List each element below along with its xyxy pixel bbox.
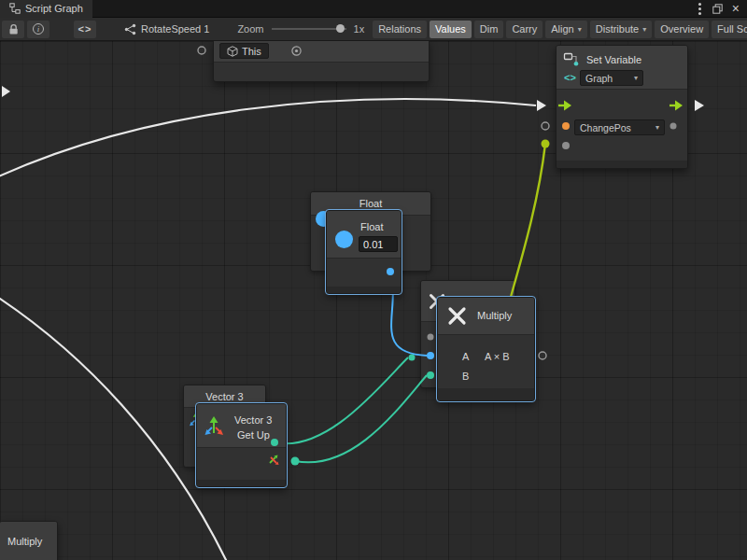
variable-name-port[interactable] — [562, 122, 570, 130]
info-icon: i — [33, 23, 44, 35]
flow-in-arrow[interactable] — [537, 100, 546, 111]
output-value-port[interactable] — [670, 123, 677, 130]
float-output-port[interactable] — [387, 268, 394, 275]
zoom-slider[interactable] — [272, 28, 346, 30]
script-graph-icon — [9, 3, 21, 14]
multiply-b-port[interactable] — [427, 371, 434, 379]
window-menu-icon[interactable] — [698, 7, 701, 10]
flow-out-port-head[interactable] — [675, 101, 683, 111]
graph-name: RotateSpeed 1 — [141, 23, 209, 35]
graph-toolbar: i <> RotateSpeed 1 Zoom 1x Relations Val… — [0, 18, 747, 41]
zoom-label: Zoom — [237, 23, 263, 35]
this-input-port[interactable] — [198, 47, 205, 54]
graph-canvas[interactable]: Float Vector 3 This — [0, 41, 747, 560]
title-bar: Script Graph × — [0, 0, 747, 18]
tab-label: Script Graph — [25, 3, 83, 14]
flow-arrow-left-edge — [2, 86, 10, 97]
fullscreen-button[interactable]: Full Screen — [712, 21, 747, 38]
info-button[interactable]: i — [27, 21, 49, 38]
flow-in-port-head[interactable] — [564, 101, 571, 111]
values-button[interactable]: Values — [430, 21, 472, 38]
get-up-output-port[interactable] — [291, 457, 300, 466]
zoom-control: Zoom 1x — [237, 23, 367, 35]
multiply-a-port[interactable] — [427, 352, 434, 359]
graph-breadcrumb[interactable]: RotateSpeed 1 — [124, 23, 209, 35]
align-button[interactable]: Align▾ — [545, 21, 586, 38]
zoom-value: 1x — [354, 23, 365, 35]
graph-asset-icon — [124, 23, 136, 35]
tab-script-graph[interactable]: Script Graph — [0, 0, 92, 18]
chevron-down-icon: ▾ — [578, 25, 582, 34]
multiply-b-port-ghost — [409, 355, 416, 361]
value-input-port[interactable] — [562, 142, 570, 149]
relations-button[interactable]: Relations — [373, 21, 427, 38]
overview-button[interactable]: Overview — [655, 21, 709, 38]
get-up-output-port-ghost — [271, 439, 278, 446]
edit-code-button[interactable]: <> — [74, 21, 96, 38]
close-window-icon[interactable]: × — [732, 2, 740, 15]
lock-button[interactable] — [2, 21, 24, 38]
unconnected-port[interactable] — [542, 122, 549, 130]
multiply-extra-port[interactable] — [428, 334, 434, 341]
multiply-output-port[interactable] — [539, 352, 546, 359]
lock-icon — [8, 23, 19, 35]
value-wire-endpoint[interactable] — [542, 140, 550, 148]
restore-window-icon[interactable] — [712, 4, 723, 14]
code-icon: <> — [78, 23, 92, 35]
flow-out-arrow[interactable] — [695, 100, 704, 111]
dim-button[interactable]: Dim — [474, 21, 504, 38]
chevron-down-icon: ▾ — [642, 25, 646, 34]
distribute-button[interactable]: Distribute▾ — [590, 21, 652, 38]
carry-button[interactable]: Carry — [506, 21, 543, 38]
zoom-slider-knob[interactable] — [336, 24, 345, 33]
ports-layer — [0, 41, 747, 560]
